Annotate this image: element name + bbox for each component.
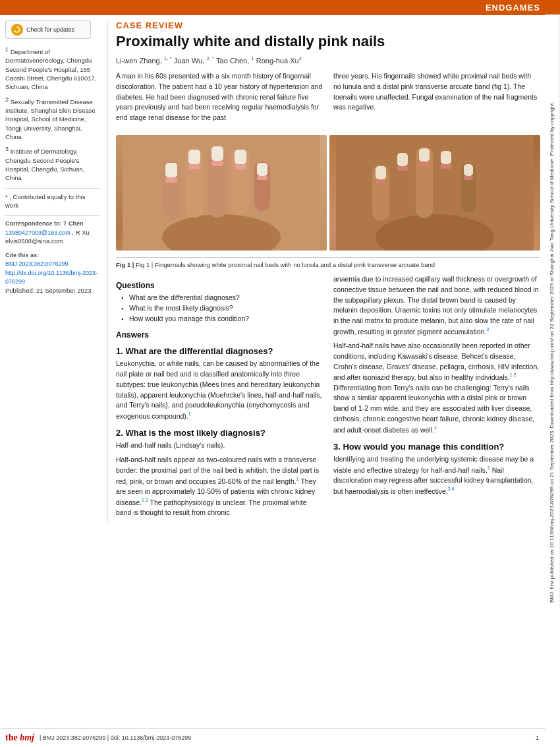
svg-rect-11 xyxy=(188,164,200,169)
side-journal-text: BMJ: first published as 10.1136/bmj-2023… xyxy=(546,15,560,608)
svg-rect-30 xyxy=(419,162,430,166)
author-1-sup: 1, * xyxy=(164,55,172,61)
q1-col2-text-1: anaemia due to increased capillary wall … xyxy=(333,274,540,337)
correspondence-email-link[interactable]: 13980427003@163.com xyxy=(5,229,70,236)
svg-rect-34 xyxy=(464,176,473,180)
question-item-3: How would you manage this condition? xyxy=(121,314,323,324)
author-3: Tao Chen, xyxy=(216,57,251,65)
figure-image-left xyxy=(116,135,327,251)
figure-caption-label: Fig 1 | xyxy=(116,261,136,268)
intro-col-2: three years. His fingernails showed whit… xyxy=(333,71,540,127)
figure-section: Fig 1 | Fig 1 | Fingernails showing whit… xyxy=(116,135,540,269)
cite-doi-link: http://dx.doi.org/10.1136/bmj-2023-07629… xyxy=(5,268,99,286)
left-sidebar: Check for updates 1 Department of Dermat… xyxy=(5,20,107,522)
authors-line: Li-wen Zhang, 1, * Juan Wu, 2, * Tao Che… xyxy=(116,55,540,65)
q2-body-2: Half-and-half nails appear as two-colour… xyxy=(116,455,323,518)
published-date: Published: 21 September 2023 xyxy=(5,286,99,295)
figure-image-right xyxy=(329,135,540,251)
sidebar-divider-2 xyxy=(5,215,99,216)
author-2: Juan Wu, xyxy=(174,57,206,65)
cite-ref-link[interactable]: BMJ 2023;382:e076299 xyxy=(5,260,69,267)
svg-rect-32 xyxy=(441,164,451,169)
contributed-equally: * , Contributed equally to this work xyxy=(5,193,99,210)
q1-col2-text-2: Half-and-half nails have also occasional… xyxy=(333,341,540,435)
q2-heading: 2. What is the most likely diagnosis? xyxy=(116,428,323,438)
intro-col-1: A man in his 60s presented with a six mo… xyxy=(116,71,323,127)
endgames-banner: ENDGAMES xyxy=(0,0,560,15)
cite-label: Cite this as: xyxy=(5,251,99,260)
svg-rect-29 xyxy=(419,148,430,162)
svg-rect-28 xyxy=(397,166,408,171)
figure-images xyxy=(116,135,540,251)
q2-body-1: Half-and-half nails (Lindsay's nails). xyxy=(116,440,323,451)
svg-rect-12 xyxy=(211,146,223,161)
affiliation-2: 2 Sexually Transmitted Disease Institute… xyxy=(5,97,99,142)
svg-rect-27 xyxy=(397,153,408,166)
svg-rect-31 xyxy=(441,151,451,164)
question-item-2: What is the most likely diagnosis? xyxy=(121,303,323,314)
q1-heading: 1. What are the differential diagnoses? xyxy=(116,346,323,356)
footer-logo: the bmj xyxy=(5,732,34,743)
hand-svg-right xyxy=(329,135,540,251)
author-4-sup: 3 xyxy=(299,55,302,61)
body-col-right: anaemia due to increased capillary wall … xyxy=(333,274,540,522)
article-title: Proximally white and distally pink nails xyxy=(116,33,540,50)
author-1: Li-wen Zhang, xyxy=(116,57,164,65)
body-col-left: Questions What are the differential diag… xyxy=(116,274,323,522)
svg-rect-13 xyxy=(211,161,223,166)
page-container: ENDGAMES BMJ: first published as 10.1136… xyxy=(0,0,560,747)
check-updates-label: Check for updates xyxy=(26,26,74,34)
questions-heading: Questions xyxy=(116,281,323,290)
main-layout: Check for updates 1 Department of Dermat… xyxy=(0,15,560,527)
page-footer: the bmj | BMJ 2023;382:e076299 | doi: 10… xyxy=(0,728,546,747)
svg-rect-16 xyxy=(257,163,267,176)
svg-rect-14 xyxy=(235,150,246,164)
svg-rect-10 xyxy=(188,150,200,164)
q3-body: Identifying and treating the underlying … xyxy=(333,454,540,496)
svg-rect-15 xyxy=(235,164,246,169)
question-item-1: What are the differential diagnoses? xyxy=(121,293,323,303)
intro-text-1: A man in his 60s presented with a six mo… xyxy=(116,71,323,123)
author-3-sup: 1 xyxy=(251,55,254,61)
cite-section: Cite this as: BMJ 2023;382:e076299 http:… xyxy=(5,251,99,295)
intro-text-2: three years. His fingernails showed whit… xyxy=(333,71,540,113)
cite-ref: BMJ 2023;382:e076299 xyxy=(5,259,99,268)
correspondence-section: Correspondence to: T Chen 13980427003@16… xyxy=(5,220,99,245)
svg-rect-25 xyxy=(376,166,386,179)
hand-svg-left xyxy=(116,135,327,251)
sidebar-divider-1 xyxy=(5,188,99,189)
affiliation-3: 3 Institute of Dermatology, Chengdu Seco… xyxy=(5,146,99,182)
footer-page: 1 xyxy=(536,734,539,741)
main-content: CASE REVIEW Proximally white and distall… xyxy=(107,20,540,522)
author-4: Rong-hua Xu xyxy=(256,57,299,65)
check-for-updates-button[interactable]: Check for updates xyxy=(5,20,91,39)
correspondence-label: Correspondence to: T Chen xyxy=(5,220,99,228)
q3-heading: 3. How would you manage this condition? xyxy=(333,442,540,452)
q1-body: Leukonychia, or white nails, can be caus… xyxy=(116,359,323,421)
svg-rect-9 xyxy=(165,177,177,183)
svg-rect-17 xyxy=(257,176,267,180)
correspondence-emails: 13980427003@163.com , R Xu elvis0508@sin… xyxy=(5,228,99,246)
footer-left: the bmj | BMJ 2023;382:e076299 | doi: 10… xyxy=(5,732,191,743)
case-review-label: CASE REVIEW xyxy=(116,20,540,30)
author-2-sup: 2, * xyxy=(206,55,214,61)
banner-label: ENDGAMES xyxy=(486,3,540,13)
figure-caption: Fig 1 | Fig 1 | Fingernails showing whit… xyxy=(116,257,540,269)
svg-rect-26 xyxy=(376,179,386,184)
body-two-col: Questions What are the differential diag… xyxy=(116,274,540,522)
questions-list: What are the differential diagnoses? Wha… xyxy=(121,293,323,324)
svg-rect-8 xyxy=(165,163,177,177)
check-updates-icon xyxy=(11,24,23,36)
svg-rect-33 xyxy=(464,164,473,176)
cite-doi-anchor[interactable]: http://dx.doi.org/10.1136/bmj-2023-07629… xyxy=(5,270,98,285)
affiliation-1: 1 Department of Dermatovenereology, Chen… xyxy=(5,47,99,92)
footer-journal: | BMJ 2023;382:e076299 | doi: 10.1136/bm… xyxy=(40,734,191,741)
answers-heading: Answers xyxy=(116,330,323,340)
refresh-icon xyxy=(13,26,21,34)
intro-two-col: A man in his 60s presented with a six mo… xyxy=(116,71,540,127)
